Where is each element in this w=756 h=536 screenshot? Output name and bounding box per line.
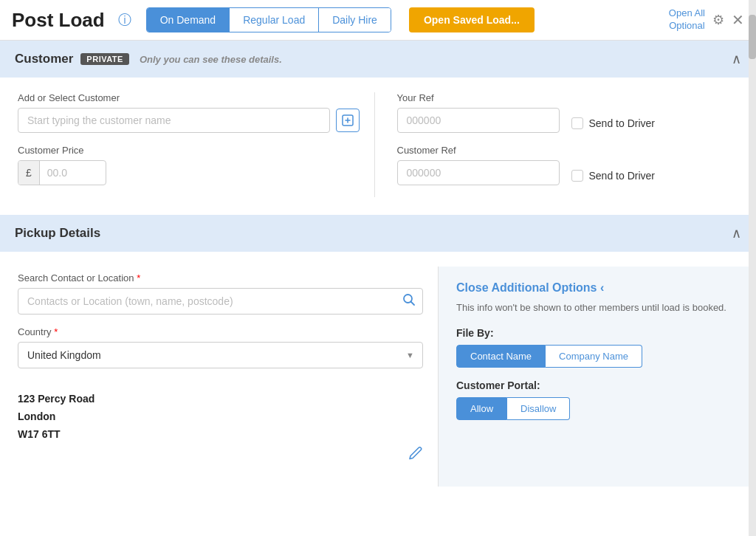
close-additional-options-button[interactable]: Close Additional Options ‹ bbox=[456, 281, 738, 295]
search-contact-label: Search Contact or Location * bbox=[18, 272, 423, 284]
tab-on-demand[interactable]: On Demand bbox=[147, 8, 230, 32]
country-select-wrapper: United Kingdom bbox=[18, 342, 423, 368]
svg-line-2 bbox=[411, 302, 415, 306]
portal-allow-button[interactable]: Allow bbox=[456, 397, 507, 420]
customer-subtitle: Only you can see these details. bbox=[140, 54, 282, 65]
price-symbol: £ bbox=[18, 161, 40, 185]
address-line-2: London bbox=[18, 408, 423, 426]
pickup-left: Search Contact or Location * Country bbox=[0, 267, 439, 487]
file-by-contact-button[interactable]: Contact Name bbox=[456, 345, 546, 368]
pickup-section-title: Pickup Details bbox=[15, 226, 100, 241]
add-select-customer-group: Add or Select Customer bbox=[18, 92, 360, 133]
search-input-wrapper bbox=[18, 288, 423, 315]
country-required-marker: * bbox=[54, 326, 58, 337]
tab-daily-hire[interactable]: Daily Hire bbox=[319, 8, 391, 32]
price-input-row: £ 00.0 bbox=[18, 160, 106, 185]
gear-icon[interactable]: ⚙ bbox=[712, 12, 724, 28]
customer-input-row bbox=[18, 108, 360, 133]
customer-portal-group: Customer Portal: Allow Disallow bbox=[456, 379, 738, 420]
file-by-company-button[interactable]: Company Name bbox=[546, 345, 642, 368]
import-icon[interactable] bbox=[336, 109, 360, 132]
search-required-marker: * bbox=[137, 272, 140, 284]
address-line-1: 123 Percy Road bbox=[18, 391, 423, 408]
customer-section-title: Customer PRIVATE Only you can see these … bbox=[15, 52, 282, 66]
your-ref-group: Your Ref Send to Driver bbox=[397, 92, 739, 133]
customer-name-input[interactable] bbox=[18, 108, 330, 133]
customer-title-text: Customer bbox=[15, 52, 73, 66]
address-edit-row bbox=[18, 446, 423, 464]
customer-two-col: Add or Select Customer Customer Price bbox=[18, 92, 738, 197]
customer-ref-input[interactable] bbox=[397, 160, 560, 185]
page-title: Post Load bbox=[12, 9, 105, 32]
price-value: 00.0 bbox=[40, 161, 75, 185]
add-select-label: Add or Select Customer bbox=[18, 92, 360, 103]
country-label-text: Country bbox=[18, 326, 52, 337]
customer-section-body: Add or Select Customer Customer Price bbox=[0, 78, 756, 212]
customer-col-left: Add or Select Customer Customer Price bbox=[18, 92, 375, 197]
send-to-driver-checkbox-2[interactable] bbox=[571, 170, 583, 182]
portal-disallow-button[interactable]: Disallow bbox=[507, 397, 570, 420]
close-icon[interactable]: ✕ bbox=[732, 11, 744, 29]
customer-col-right: Your Ref Send to Driver Customer Ref bbox=[375, 92, 739, 197]
address-line-3: W17 6TT bbox=[18, 426, 423, 444]
search-icon[interactable] bbox=[402, 293, 416, 309]
your-ref-input[interactable] bbox=[397, 108, 560, 133]
file-by-toggle-group: Contact Name Company Name bbox=[456, 345, 738, 368]
pickup-collapse-icon[interactable]: ∧ bbox=[732, 225, 741, 241]
info-icon[interactable]: ⓘ bbox=[118, 11, 131, 29]
country-group: Country * United Kingdom bbox=[18, 326, 423, 368]
your-ref-label: Your Ref bbox=[397, 92, 739, 103]
pickup-title-text: Pickup Details bbox=[15, 226, 100, 241]
country-label: Country * bbox=[18, 326, 423, 337]
send-to-driver-row-2: Send to Driver bbox=[571, 170, 655, 182]
search-contact-group: Search Contact or Location * bbox=[18, 272, 423, 315]
additional-options-subtitle: This info won't be shown to other member… bbox=[456, 300, 738, 315]
send-to-driver-label-1: Send to Driver bbox=[589, 117, 655, 129]
header-right: Open All Optional ⚙ ✕ bbox=[669, 7, 744, 32]
customer-section-header: Customer PRIVATE Only you can see these … bbox=[0, 41, 756, 78]
scrollbar-thumb[interactable] bbox=[749, 15, 756, 59]
file-by-label: File By: bbox=[456, 327, 738, 339]
open-saved-button[interactable]: Open Saved Load... bbox=[409, 7, 535, 32]
customer-portal-label: Customer Portal: bbox=[456, 379, 738, 391]
portal-toggle-group: Allow Disallow bbox=[456, 397, 738, 420]
file-by-group: File By: Contact Name Company Name bbox=[456, 327, 738, 368]
pickup-section-header: Pickup Details ∧ bbox=[0, 215, 756, 252]
tab-group: On Demand Regular Load Daily Hire bbox=[146, 7, 391, 32]
private-badge: PRIVATE bbox=[80, 53, 129, 65]
address-block: 123 Percy Road London W17 6TT bbox=[18, 380, 423, 472]
customer-price-label: Customer Price bbox=[18, 145, 360, 156]
additional-options-panel: Close Additional Options ‹ This info won… bbox=[439, 267, 756, 487]
country-select[interactable]: United Kingdom bbox=[18, 342, 423, 368]
tab-regular-load[interactable]: Regular Load bbox=[230, 8, 319, 32]
send-to-driver-label-2: Send to Driver bbox=[589, 170, 655, 182]
customer-ref-group: Customer Ref Send to Driver bbox=[397, 145, 739, 185]
scrollbar[interactable] bbox=[749, 0, 756, 536]
send-to-driver-checkbox-1[interactable] bbox=[571, 117, 583, 129]
send-to-driver-row-1: Send to Driver bbox=[571, 117, 655, 129]
search-label-text: Search Contact or Location bbox=[18, 272, 134, 284]
search-contact-input[interactable] bbox=[18, 288, 423, 315]
open-all-optional-button[interactable]: Open All Optional bbox=[669, 7, 705, 32]
customer-price-group: Customer Price £ 00.0 bbox=[18, 145, 360, 185]
customer-collapse-icon[interactable]: ∧ bbox=[732, 51, 741, 67]
edit-icon[interactable] bbox=[408, 449, 423, 464]
customer-ref-label: Customer Ref bbox=[397, 145, 739, 156]
pickup-section-body: Search Contact or Location * Country bbox=[0, 252, 756, 487]
